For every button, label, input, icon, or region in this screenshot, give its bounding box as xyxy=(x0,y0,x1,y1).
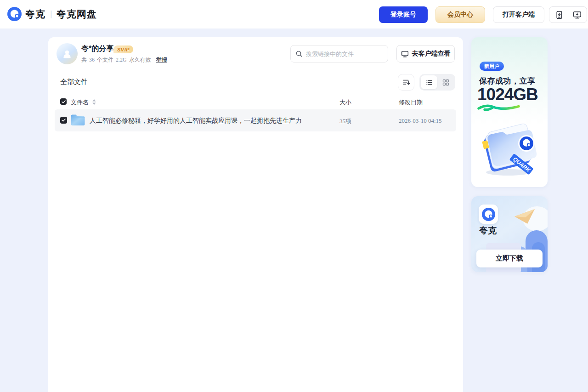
total-size: 2.2G xyxy=(116,57,127,63)
green-swoosh-underline xyxy=(477,104,521,111)
mobile-download-icon[interactable] xyxy=(555,11,564,19)
column-header-size[interactable]: 大小 xyxy=(339,98,351,107)
promo-new-user-card[interactable]: 新用户 保存成功，立享 1024GB xyxy=(471,37,548,187)
download-now-button[interactable]: 立即下载 xyxy=(476,250,543,267)
list-view-icon xyxy=(425,79,433,86)
check-icon xyxy=(62,100,66,103)
report-link[interactable]: 举报 xyxy=(156,56,167,64)
brand-logo[interactable]: 夸克 | 夸克网盘 xyxy=(7,7,97,21)
folder-icon xyxy=(70,114,85,127)
select-all-checkbox[interactable] xyxy=(60,98,67,105)
search-input[interactable] xyxy=(306,51,375,57)
check-icon xyxy=(62,119,66,122)
new-user-badge: 新用户 xyxy=(480,62,504,71)
desktop-download-icon[interactable] xyxy=(573,11,582,19)
quark-logo-icon xyxy=(482,208,495,221)
column-header-name[interactable]: 文件名 xyxy=(71,98,89,107)
section-title-all-files: 全部文件 xyxy=(60,78,88,86)
column-header-modified[interactable]: 修改日期 xyxy=(399,98,423,107)
row-checkbox[interactable] xyxy=(60,117,67,124)
promo-1024gb-text: 1024GB xyxy=(477,85,538,104)
monitor-icon xyxy=(401,50,409,58)
file-name[interactable]: 人工智能必修秘籍，好学好用的人工智能实战应用课，一起拥抱先进生产力 xyxy=(90,117,302,125)
grid-view-toggle[interactable] xyxy=(437,75,454,89)
list-view-toggle[interactable] xyxy=(421,75,437,89)
share-title: 夸*的分享 xyxy=(81,44,113,54)
sort-icon xyxy=(402,78,410,86)
avatar xyxy=(57,43,78,64)
file-row[interactable]: 人工智能必修秘籍，好学好用的人工智能实战应用课，一起拥抱先进生产力 35项 20… xyxy=(55,109,456,131)
share-content-panel: 夸*的分享 SVIP 共 36 个文件 2.2G 永久有效 举报 去客户端查看 … xyxy=(48,37,463,392)
download-apps-button-group[interactable] xyxy=(549,6,587,23)
view-toggle xyxy=(419,74,455,91)
vip-center-button[interactable]: 会员中心 xyxy=(435,6,485,23)
file-size: 35项 xyxy=(339,117,351,125)
promo-download-card[interactable]: 夸克 立即下载 xyxy=(471,196,548,272)
sort-button[interactable] xyxy=(398,74,414,91)
open-client-button[interactable]: 打开客户端 xyxy=(493,6,544,23)
svip-badge: SVIP xyxy=(113,45,133,53)
quark-app-icon xyxy=(479,205,498,224)
brand-app-name: 夸克 xyxy=(25,8,45,21)
quark-logo-icon xyxy=(7,7,22,21)
file-count: 36 xyxy=(89,57,95,63)
search-icon xyxy=(295,50,303,57)
login-button[interactable]: 登录账号 xyxy=(379,6,428,23)
view-in-client-button[interactable]: 去客户端查看 xyxy=(396,45,455,62)
share-meta: 共 36 个文件 2.2G 永久有效 举报 xyxy=(81,56,167,64)
grid-view-icon xyxy=(442,79,450,86)
brand-divider: | xyxy=(50,9,52,19)
brand-product-name: 夸克网盘 xyxy=(57,8,97,21)
person-icon xyxy=(62,48,73,59)
folder-3d-illustration: QUARK xyxy=(476,114,543,179)
search-box[interactable] xyxy=(290,45,388,62)
promo-app-name: 夸克 xyxy=(479,225,497,237)
column-sort-arrows-icon[interactable] xyxy=(92,99,96,105)
file-modified-date: 2026-03-10 04:15 xyxy=(399,117,442,125)
top-navbar: 夸克 | 夸克网盘 登录账号 会员中心 打开客户端 xyxy=(0,0,588,28)
